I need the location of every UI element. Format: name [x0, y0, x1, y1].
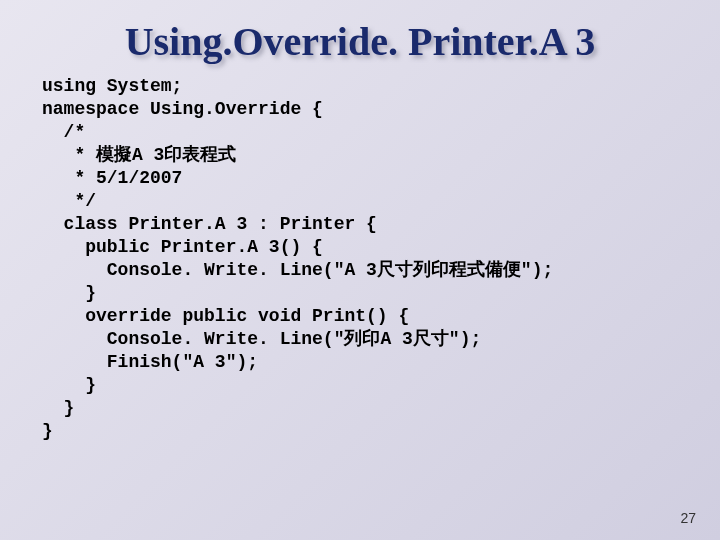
code-content: using System; namespace Using.Override {… [0, 75, 720, 444]
page-number: 27 [680, 510, 696, 526]
slide-title: Using.Override. Printer.A 3 [0, 0, 720, 75]
